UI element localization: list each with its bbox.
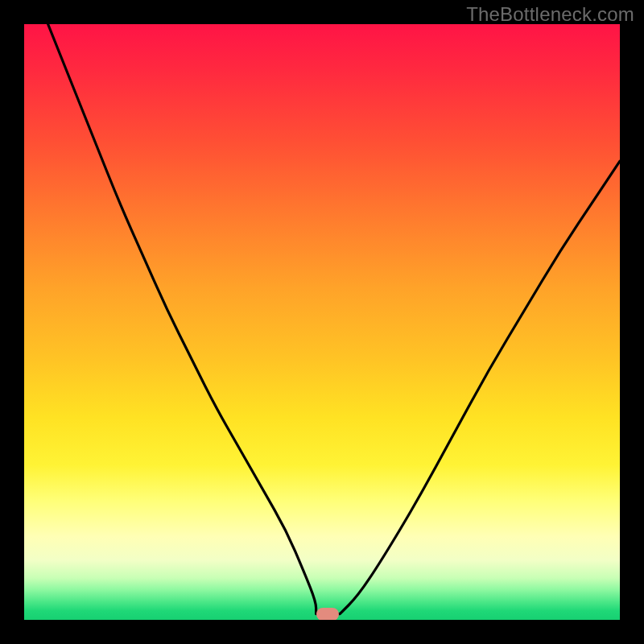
bottleneck-curve <box>24 24 620 620</box>
curve-path <box>48 24 620 614</box>
plot-area <box>24 24 620 620</box>
optimal-point-marker <box>316 608 339 620</box>
chart-frame: TheBottleneck.com <box>0 0 644 644</box>
watermark-text: TheBottleneck.com <box>466 3 634 26</box>
